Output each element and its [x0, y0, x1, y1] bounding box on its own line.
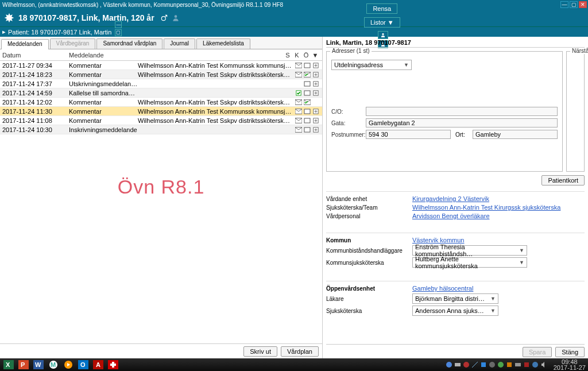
subbar-max-button[interactable]: ▢: [115, 29, 122, 36]
table-row[interactable]: 2017-11-24 12:02KommentarWilhelmsson Ann…: [0, 98, 322, 107]
th-meddelande[interactable]: Meddelande: [69, 52, 283, 59]
row-sender: Wilhelmsson Ann-Katrin Test Sskpv distri…: [138, 117, 294, 124]
tab-journal[interactable]: Journal: [164, 38, 195, 49]
tray-icon[interactable]: [497, 361, 504, 368]
tray-icon[interactable]: [471, 361, 478, 368]
table-row[interactable]: 2017-11-24 11:30KommentarWilhelmsson Ann…: [0, 107, 322, 116]
right-panel: Link, Martin, 18 970107-9817 Adresser (1…: [323, 37, 588, 358]
taskbar-clock[interactable]: 09:48 2017-11-27: [554, 359, 586, 370]
tab-vardbegaran[interactable]: Vårdbegäran: [50, 38, 96, 49]
taskbar-medical-icon[interactable]: [107, 360, 119, 370]
skrivut-button[interactable]: Skriv ut: [243, 346, 277, 357]
vardplan-button[interactable]: Vårdplan: [281, 346, 319, 357]
chevron-down-icon: ▼: [490, 296, 496, 302]
svg-text:O: O: [80, 361, 86, 368]
tray-icon[interactable]: [532, 361, 539, 368]
th-sort-icon[interactable]: ▼: [311, 52, 320, 59]
svg-rect-13: [304, 91, 310, 95]
plus-icon[interactable]: [312, 108, 320, 115]
app-logo-icon: [3, 12, 15, 24]
th-k[interactable]: K: [292, 52, 301, 59]
row-type: Utskrivningsmeddelande: [69, 80, 138, 87]
patient-arrow-icon[interactable]: ▸: [2, 28, 6, 36]
oppenvard-link[interactable]: Gamleby hälsocentral: [412, 285, 473, 292]
tray-icon[interactable]: [463, 361, 470, 368]
taskbar-powerpoint-icon[interactable]: P: [17, 360, 30, 370]
address-type-select[interactable]: Utdelningsadress▼: [331, 60, 412, 70]
taskbar-word-icon[interactable]: W: [32, 360, 45, 370]
vardande-enhet-link[interactable]: Kirurgavdelning 2 Västervik: [412, 195, 489, 202]
row-date: 2017-11-24 17:37: [2, 80, 69, 87]
tray-icon[interactable]: [446, 361, 452, 368]
taskbar-media-icon[interactable]: [62, 360, 75, 370]
gata-input[interactable]: [366, 118, 558, 127]
spara-button[interactable]: Spara: [523, 347, 552, 357]
messages-table-body: Övn R8.1 2017-11-27 09:34KommentarWilhel…: [0, 61, 322, 343]
subbar-min-button[interactable]: —: [115, 21, 122, 28]
row-type: Kommentar: [69, 108, 138, 115]
patientkort-button[interactable]: Patientkort: [541, 175, 585, 186]
box-icon: [303, 80, 311, 87]
table-row[interactable]: 2017-11-24 18:23KommentarWilhelmsson Ann…: [0, 70, 322, 79]
row-type: Kommentar: [69, 117, 138, 124]
tray-icon[interactable]: [506, 361, 513, 368]
th-s[interactable]: S: [283, 52, 292, 59]
co-input[interactable]: [366, 107, 558, 116]
row-sender: Wilhelmsson Ann-Katrin Test Kommunssk ko…: [138, 62, 294, 69]
handlaggare-label: Kommunbiståndshandläggare: [326, 248, 412, 254]
plus-icon[interactable]: [312, 126, 320, 133]
table-row[interactable]: 2017-11-24 11:08KommentarWilhelmsson Ann…: [0, 116, 322, 125]
taskbar-excel-icon[interactable]: X: [2, 360, 15, 370]
tray-volume-icon[interactable]: [540, 361, 547, 368]
vardpersonal-label: Vårdpersonal: [326, 213, 412, 219]
stang-button[interactable]: Stäng: [555, 347, 585, 357]
postnummer-input[interactable]: [366, 130, 451, 139]
tray-icon[interactable]: [480, 361, 487, 368]
plus-icon[interactable]: [312, 71, 320, 78]
ort-input[interactable]: [473, 130, 558, 139]
lakare-select[interactable]: Björkman Birgitta distri…▼: [412, 293, 498, 304]
system-tray: 09:48 2017-11-27: [446, 359, 586, 370]
plus-icon[interactable]: [312, 62, 320, 69]
box-icon: [303, 117, 311, 124]
blank-icon[interactable]: [312, 99, 320, 106]
sjuk-select[interactable]: Andersson Anna sjuks…▼: [412, 306, 498, 316]
row-type: Inskrivningsmeddelande: [69, 126, 138, 133]
svg-text:P: P: [21, 361, 25, 368]
svg-rect-5: [304, 63, 310, 68]
svg-rect-21: [304, 118, 310, 123]
vardpersonal-link[interactable]: Arvidsson Bengt överläkare: [412, 212, 490, 219]
plus-icon[interactable]: [312, 117, 320, 124]
tab-lakemedel[interactable]: Läkemedelslista: [196, 38, 250, 49]
row-sender: Wilhelmsson Ann-Katrin Test Sskpv distri…: [138, 99, 294, 106]
person-icon: [172, 14, 180, 22]
th-o[interactable]: Ö: [301, 52, 311, 59]
handlaggare-select[interactable]: Enström Theresia kommunbiståndsh…▼: [412, 245, 527, 256]
ksjuk-select[interactable]: Hultberg Anette kommunsjuksköterska▼: [412, 257, 527, 268]
tray-icon[interactable]: [514, 361, 521, 368]
table-row[interactable]: 2017-11-24 14:59Kallelse till samordnad …: [0, 88, 322, 98]
row-date: 2017-11-24 18:23: [2, 71, 69, 78]
team-link[interactable]: Wilhelmsson Ann-Katrin Test Kirurgssk sj…: [412, 204, 560, 211]
table-row[interactable]: 2017-11-24 17:37Utskrivningsmeddelande: [0, 79, 322, 88]
sjuk-label: Sjuksköterska: [326, 308, 412, 314]
plus-icon[interactable]: [312, 90, 320, 96]
plus-icon[interactable]: [312, 80, 320, 87]
taskbar-app1-icon[interactable]: M: [47, 360, 60, 370]
table-row[interactable]: 2017-11-27 09:34KommentarWilhelmsson Ann…: [0, 61, 322, 70]
tab-samordnad[interactable]: Samordnad vårdplan: [96, 38, 163, 49]
row-date: 2017-11-24 12:02: [2, 99, 69, 106]
kommun-link[interactable]: Västervik kommun: [412, 237, 464, 244]
tray-icon[interactable]: [523, 361, 530, 368]
taskbar-acrobat-icon[interactable]: A: [92, 360, 105, 370]
row-date: 2017-11-24 10:30: [2, 126, 69, 133]
taskbar-outlook-icon[interactable]: O: [77, 360, 90, 370]
tab-meddelanden[interactable]: Meddelanden: [1, 39, 49, 49]
th-datum[interactable]: Datum: [2, 52, 69, 59]
svg-text:X: X: [6, 361, 10, 368]
left-footer: Skriv ut Vårdplan: [0, 343, 322, 358]
tray-icon[interactable]: [454, 361, 461, 368]
table-row[interactable]: 2017-11-24 10:30Inskrivningsmeddelande: [0, 125, 322, 134]
rensa-button[interactable]: Rensa: [366, 3, 397, 14]
tray-icon[interactable]: [489, 361, 496, 368]
